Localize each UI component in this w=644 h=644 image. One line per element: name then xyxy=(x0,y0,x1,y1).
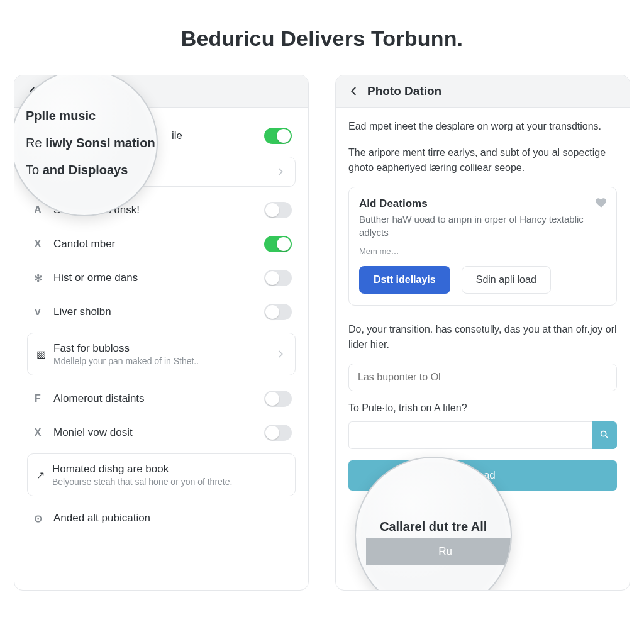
promo-card: Ald Deatioms Butther haW uoad to ampn in… xyxy=(348,187,617,306)
setting-toggle[interactable] xyxy=(264,391,292,407)
setting-toggle[interactable] xyxy=(264,270,292,286)
setting-label: Candot mber xyxy=(53,238,255,250)
setting-row: X Candot mber xyxy=(27,227,296,261)
right-panel-header: Photo Dation xyxy=(336,75,630,108)
share-icon: ↗ xyxy=(36,469,45,481)
chevron-down-icon: v xyxy=(31,305,45,319)
letter-x-icon: X xyxy=(31,426,45,440)
top-toggle-row: ile xyxy=(27,119,296,153)
promo-title: Ald Deatioms xyxy=(359,197,606,210)
setting-row: F Alomerout distaints xyxy=(27,382,296,416)
fast-card-title: Fast for bubloss xyxy=(53,342,267,355)
setting-label: Moniel vow dosit xyxy=(53,426,255,439)
paragraph-3: Do, your transition. has consetully, das… xyxy=(348,322,617,352)
info-icon: ⊙ xyxy=(31,511,45,525)
setting-row: ✻ Hist or orme dans xyxy=(27,261,296,295)
chevron-right-icon xyxy=(275,348,286,360)
gear-icon: ✻ xyxy=(31,271,45,285)
setting-label: Alomerout distaints xyxy=(53,392,255,405)
setting-row: X Moniel vow dosit xyxy=(27,416,296,450)
page-title: Beduricu Delivers Torbunn. xyxy=(0,26,644,51)
search-icon xyxy=(599,430,609,441)
promo-secondary-button[interactable]: Sdin apli load xyxy=(462,266,551,294)
text-input-1[interactable] xyxy=(348,364,617,391)
svg-line-1 xyxy=(606,436,608,438)
right-header-title: Photo Dation xyxy=(367,84,441,98)
setting-row: v Liver sholbn xyxy=(27,295,296,329)
promo-meta: Mem me… xyxy=(359,247,606,256)
fast-card[interactable]: ▧ Fast for bubloss Mdellelp your pan mak… xyxy=(27,333,296,375)
setting-toggle[interactable] xyxy=(264,304,292,320)
top-toggle[interactable] xyxy=(264,128,292,144)
setting-row: A Snd prounts dnsk! xyxy=(27,193,296,227)
image-icon: ▧ xyxy=(36,348,46,360)
setting-toggle[interactable] xyxy=(264,202,292,218)
lens-bar: Ru xyxy=(366,538,512,565)
right-panel-body: Ead mpet ineet the desplare on worg at y… xyxy=(336,108,630,502)
chevron-right-icon xyxy=(275,166,286,177)
search-row xyxy=(348,421,617,449)
setting-label: Anded alt pubication xyxy=(53,512,292,525)
disclosure-desc: flow lott n or tpod. xyxy=(74,167,267,177)
right-panel: Photo Dation Ead mpet ineet the desplare… xyxy=(335,75,630,591)
back-icon[interactable] xyxy=(26,84,40,98)
svg-point-0 xyxy=(601,431,606,436)
setting-label: Liver sholbn xyxy=(53,306,255,318)
setting-toggle[interactable] xyxy=(264,425,292,441)
promo-primary-button[interactable]: Dstt idellayis xyxy=(359,266,450,294)
submit-button[interactable]: Road xyxy=(348,460,617,491)
heart-icon[interactable] xyxy=(595,196,608,211)
left-panel-body: ile flow lott n or tpod. A Snd prounts d… xyxy=(14,108,308,545)
left-panel: Pplle music Re liwly Sonsl mation To and… xyxy=(14,75,309,591)
setting-label: Snd prounts dnsk! xyxy=(53,204,255,216)
intro-paragraph-2: The aripore ment tirre earlys, and subt … xyxy=(348,145,617,175)
promo-subtitle: Butther haW uoad to ampn in orper of Han… xyxy=(359,213,606,239)
letter-f-icon: F xyxy=(31,392,45,406)
fast-card-desc: Mdellelp your pan maked of in Sthet.. xyxy=(53,356,267,366)
setting-row: ⊙ Anded alt pubication xyxy=(27,502,296,534)
disclosure-row[interactable]: flow lott n or tpod. xyxy=(65,157,296,187)
search-input[interactable] xyxy=(348,421,592,449)
back-icon[interactable] xyxy=(347,84,361,98)
homated-card-title: Homated dishg are book xyxy=(52,463,286,475)
top-toggle-label: ile xyxy=(172,130,255,142)
letter-a-icon: A xyxy=(31,203,45,217)
letter-x-icon: X xyxy=(31,237,45,251)
lens-text: Callarel dut tre All xyxy=(380,506,511,538)
search-button[interactable] xyxy=(592,421,617,449)
question-line: To Pule·to, trish on A lılen? xyxy=(348,402,617,414)
setting-toggle[interactable] xyxy=(264,236,292,252)
intro-paragraph-1: Ead mpet ineet the desplare on worg at y… xyxy=(348,119,617,134)
homated-card[interactable]: ↗ Homated dishg are book Belyourse steah… xyxy=(27,453,296,496)
homated-card-desc: Belyourse steah that sal hone or yon of … xyxy=(52,477,286,487)
left-panel-header xyxy=(14,75,308,108)
setting-label: Hist or orme dans xyxy=(53,272,255,284)
